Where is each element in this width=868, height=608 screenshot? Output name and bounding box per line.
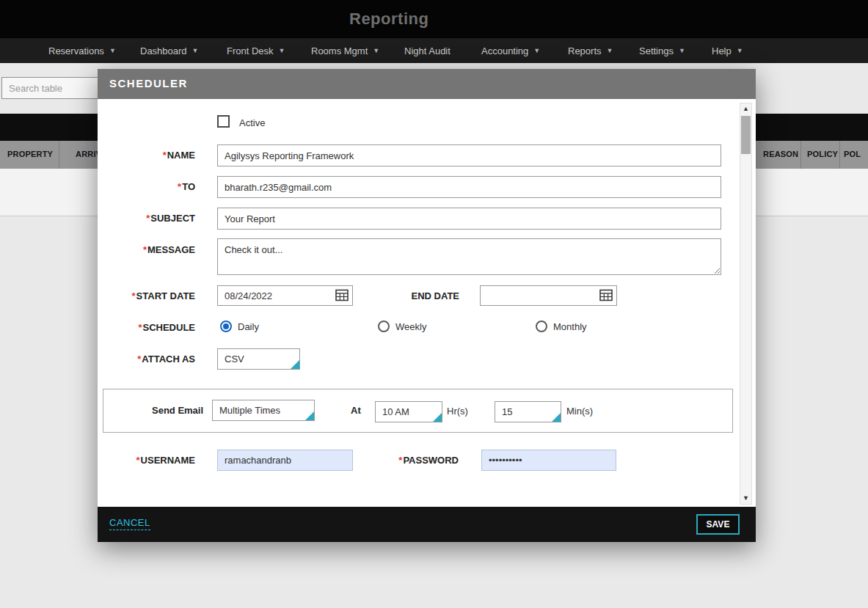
scroll-up-icon[interactable]: ▲ [740, 103, 751, 114]
active-label: Active [239, 117, 265, 128]
chevron-down-icon: ▼ [679, 47, 685, 54]
start-date-field[interactable] [217, 285, 353, 306]
active-checkbox[interactable] [217, 115, 230, 128]
select-value: 10 AM [382, 406, 409, 417]
minute-select[interactable]: 15 [495, 401, 561, 422]
chevron-down-icon: ▼ [533, 47, 540, 54]
message-label: *MESSAGE [98, 244, 195, 255]
attach-as-select[interactable]: CSV [217, 348, 300, 370]
nav-label: Front Desk [227, 45, 274, 56]
column-header-property[interactable]: PROPERTY [7, 150, 53, 158]
dialog-header: SCHEDULER [98, 69, 756, 99]
required-mark: * [178, 181, 181, 192]
required-mark: * [138, 322, 142, 333]
dialog-title: SCHEDULER [109, 77, 188, 89]
chevron-down-icon: ▼ [373, 47, 379, 54]
nav-label: Dashboard [140, 45, 187, 56]
calendar-icon[interactable] [599, 289, 613, 301]
calendar-icon[interactable] [335, 289, 349, 301]
required-mark: * [398, 455, 402, 466]
password-label: *PASSWORD [372, 455, 459, 466]
nav-label: Accounting [481, 45, 528, 56]
scrollbar-thumb[interactable] [741, 116, 751, 154]
subject-label: *SUBJECT [98, 213, 195, 224]
username-field[interactable] [217, 450, 353, 471]
scroll-down-icon[interactable]: ▼ [740, 493, 751, 504]
radio-icon [378, 321, 390, 332]
required-mark: * [163, 150, 167, 161]
chevron-down-icon: ▼ [607, 47, 613, 54]
save-button[interactable]: SAVE [696, 514, 740, 535]
nav-item-dashboard[interactable]: Dashboard▼ [140, 38, 199, 63]
app-header: Reporting [0, 0, 868, 38]
nav-label: Night Audit [404, 45, 451, 56]
cancel-button[interactable]: CANCEL [109, 517, 150, 530]
dialog-footer: CANCEL SAVE [98, 507, 756, 542]
hour-select[interactable]: 10 AM [375, 401, 442, 422]
dialog-scrollbar[interactable]: ▲ ▼ [740, 103, 752, 505]
column-divider [839, 141, 840, 169]
name-label: *NAME [98, 150, 195, 161]
radio-label: Daily [238, 321, 259, 332]
chevron-down-icon: ▼ [737, 47, 743, 54]
radio-icon [536, 321, 547, 332]
nav-item-settings[interactable]: Settings▼ [639, 38, 685, 63]
end-date-wrap [480, 285, 617, 306]
nav-item-reports[interactable]: Reports▼ [568, 38, 613, 63]
required-mark: * [137, 354, 141, 365]
nav-item-reservations[interactable]: Reservations▼ [48, 38, 116, 63]
radio-label: Weekly [395, 321, 426, 332]
to-label: *TO [98, 181, 195, 192]
attach-as-label: *ATTACH AS [98, 354, 195, 365]
end-date-label: END DATE [384, 290, 459, 301]
radio-daily[interactable]: Daily [220, 321, 259, 332]
to-field[interactable] [217, 176, 721, 198]
required-mark: * [143, 244, 147, 255]
password-field[interactable] [481, 450, 616, 471]
nav-label: Settings [639, 45, 674, 56]
radio-label: Monthly [553, 321, 587, 332]
column-header-policy[interactable]: POLICY [807, 150, 838, 158]
start-date-label: *START DATE [98, 290, 195, 301]
select-value: CSV [225, 354, 244, 365]
hours-suffix: Hr(s) [447, 406, 468, 417]
chevron-down-icon: ▼ [192, 47, 199, 54]
nav-label: Reservations [48, 45, 104, 56]
minutes-suffix: Min(s) [566, 406, 593, 417]
radio-weekly[interactable]: Weekly [378, 321, 426, 332]
nav-item-help[interactable]: Help▼ [712, 38, 743, 63]
nav-item-front-desk[interactable]: Front Desk▼ [227, 38, 285, 63]
column-header-pol[interactable]: POL [844, 150, 861, 158]
send-email-label: Send Email [152, 405, 203, 416]
required-mark: * [146, 213, 150, 224]
nav-item-rooms-mgmt[interactable]: Rooms Mgmt▼ [311, 38, 379, 63]
column-divider [800, 141, 801, 169]
main-nav: Reservations▼ Dashboard▼ Front Desk▼ Roo… [0, 38, 868, 63]
name-field[interactable] [217, 144, 721, 166]
schedule-label: *SCHEDULE [98, 322, 195, 333]
column-header-reason[interactable]: REASON [763, 150, 798, 158]
nav-item-night-audit[interactable]: Night Audit [404, 38, 451, 63]
message-field[interactable]: Check it out... [217, 238, 721, 275]
required-mark: * [132, 290, 136, 301]
scheduler-dialog: SCHEDULER Active *NAME *TO *SUBJECT *MES… [98, 69, 756, 542]
send-email-select[interactable]: Multiple Times [212, 400, 315, 421]
page-title: Reporting [349, 10, 428, 29]
radio-monthly[interactable]: Monthly [536, 321, 587, 332]
column-divider [59, 141, 59, 169]
end-date-field[interactable] [480, 285, 617, 306]
select-value: Multiple Times [219, 405, 280, 416]
nav-label: Rooms Mgmt [311, 45, 368, 56]
start-date-wrap [217, 285, 353, 306]
username-label: *USERNAME [98, 455, 195, 466]
nav-label: Help [712, 45, 732, 56]
required-mark: * [136, 455, 140, 466]
subject-field[interactable] [217, 208, 721, 230]
dialog-body: Active *NAME *TO *SUBJECT *MESSAGE Check… [98, 99, 756, 507]
nav-item-accounting[interactable]: Accounting▼ [481, 38, 540, 63]
chevron-down-icon: ▼ [279, 47, 285, 54]
select-value: 15 [502, 406, 512, 417]
nav-label: Reports [568, 45, 602, 56]
at-label: At [351, 405, 361, 416]
radio-selected-icon [220, 321, 232, 332]
